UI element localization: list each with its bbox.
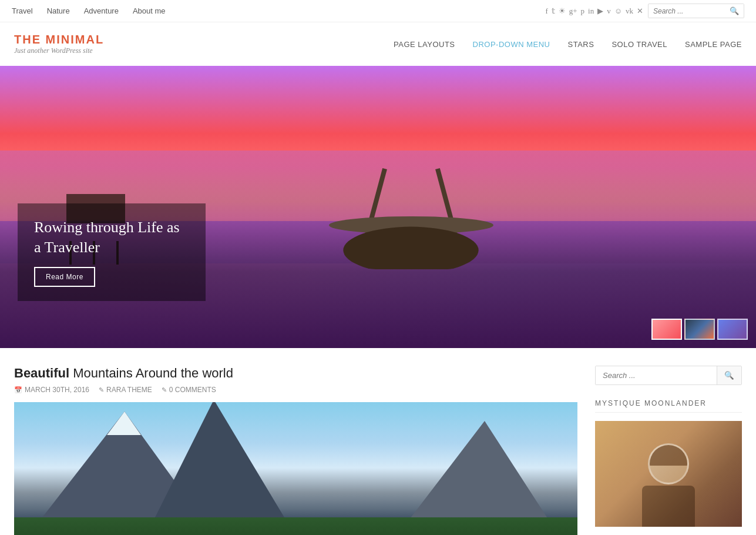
author-icon: ✎ [99,386,104,394]
hero-caption: Rowing through Life as a Traveller Read … [18,203,206,301]
top-nav: Travel Nature Adventure About me [12,6,166,15]
youtube-icon[interactable]: ▶ [597,6,603,16]
content-left: Beautiful Mountains Around the world 📅 M… [14,366,577,535]
author-head [648,443,689,484]
author-body [642,486,695,527]
nav-adventure[interactable]: Adventure [84,6,119,15]
main-content: Beautiful Mountains Around the world 📅 M… [0,348,756,535]
slider-thumb-2[interactable] [684,319,715,340]
nav-about[interactable]: About me [133,6,166,15]
author-photo [595,421,742,527]
slider-thumbnails [651,319,748,340]
post-title: Beautiful Mountains Around the world [14,366,577,381]
comments-icon: ✎ [162,386,167,394]
read-more-button[interactable]: Read More [34,267,95,287]
top-search-button[interactable]: 🔍 [725,4,744,18]
site-header: THE MINIMAL Just another WordPress site … [0,22,756,66]
person-icon[interactable]: ☺ [614,6,622,16]
sidebar-search-input[interactable] [596,366,717,384]
site-title[interactable]: THE MINIMAL [14,33,104,46]
post-date: 📅 MARCH 30TH, 2016 [14,386,89,394]
social-icons: f 𝕥 ☀ g+ p in ▶ v ☺ vk ✕ [545,6,643,16]
hero-slider: Rowing through Life as a Traveller Read … [0,66,756,348]
top-search-input[interactable] [649,5,725,18]
calendar-icon: 📅 [14,386,22,394]
site-tagline: Just another WordPress site [14,46,104,55]
nav-dropdown-menu[interactable]: DROP-DOWN MENU [473,40,550,49]
main-nav: PAGE LAYOUTS DROP-DOWN MENU STARS SOLO T… [394,40,742,49]
vk-icon[interactable]: vk [626,6,633,16]
post-author: ✎ RARA THEME [99,386,152,394]
boat [329,175,493,269]
widget-title: MYSTIQUE MOONLANDER [595,399,742,413]
hero-title: Rowing through Life as a Traveller [34,218,189,258]
linkedin-icon[interactable]: in [588,6,594,16]
nav-page-layouts[interactable]: PAGE LAYOUTS [394,40,455,49]
snow-cap [107,412,141,435]
instagram-icon[interactable]: ☀ [559,6,566,16]
mountain-2 [155,402,284,517]
googleplus-icon[interactable]: g+ [569,6,577,16]
x-icon[interactable]: ✕ [637,6,643,16]
post-comments: ✎ 0 COMMENTS [162,386,216,394]
top-search-bar: 🔍 [648,4,744,18]
slider-thumb-1[interactable] [651,319,682,340]
author-widget: MYSTIQUE MOONLANDER [595,399,742,527]
sidebar: 🔍 MYSTIQUE MOONLANDER [595,366,742,535]
top-right-bar: f 𝕥 ☀ g+ p in ▶ v ☺ vk ✕ 🔍 [545,4,744,18]
nav-sample-page[interactable]: SAMPLE PAGE [685,40,742,49]
sidebar-search-widget: 🔍 [595,366,742,385]
mountain-3 [408,421,549,521]
nav-nature[interactable]: Nature [47,6,70,15]
site-branding: THE MINIMAL Just another WordPress site [14,33,104,55]
twitter-icon[interactable]: 𝕥 [552,6,555,16]
nav-solo-travel[interactable]: SOLO TRAVEL [611,40,667,49]
facebook-icon[interactable]: f [545,6,547,16]
sidebar-search-button[interactable]: 🔍 [717,366,741,384]
nav-stars[interactable]: STARS [567,40,594,49]
vimeo-icon[interactable]: v [607,6,611,16]
forest-bottom [14,517,577,535]
author-figure [639,443,698,527]
post-image [14,402,577,535]
post-meta: 📅 MARCH 30TH, 2016 ✎ RARA THEME ✎ 0 COMM… [14,386,577,394]
author-hair [650,445,687,466]
top-bar: Travel Nature Adventure About me f 𝕥 ☀ g… [0,0,756,22]
slider-thumb-3[interactable] [717,319,748,340]
pinterest-icon[interactable]: p [581,6,585,16]
nav-travel[interactable]: Travel [12,6,33,15]
